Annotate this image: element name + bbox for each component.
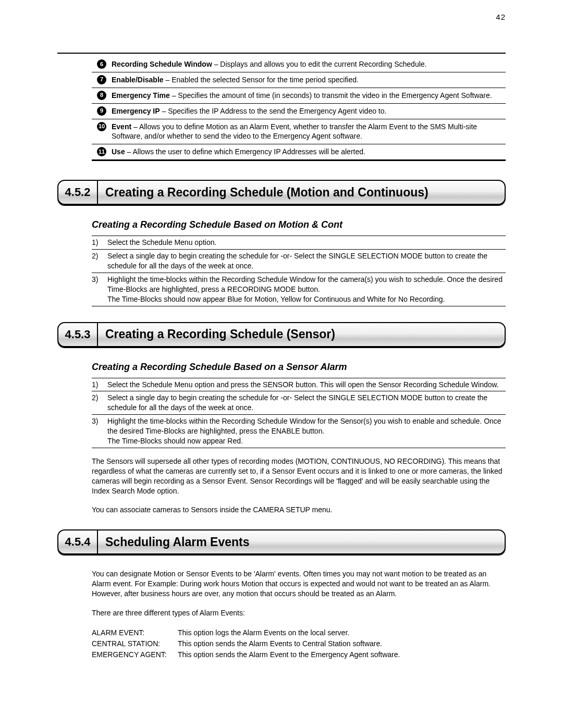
bullet-icon: 6 bbox=[92, 59, 112, 69]
section-heading-452: 4.5.2 Creating a Recording Schedule (Mot… bbox=[57, 180, 506, 205]
step-row: 3) Highlight the time-blocks within the … bbox=[92, 273, 506, 306]
subheading-453: Creating a Recording Schedule Based on a… bbox=[92, 362, 506, 373]
steps-452: 1) Select the Schedule Menu option. 2) S… bbox=[92, 236, 506, 306]
section-title: Creating a Recording Schedule (Motion an… bbox=[98, 181, 505, 204]
steps-453: 1) Select the Schedule Menu option and p… bbox=[92, 378, 506, 448]
step-row: 2) Select a single day to begin creating… bbox=[92, 391, 506, 415]
section-number: 4.5.3 bbox=[58, 323, 98, 346]
alarm-types-list: ALARM EVENT: This option logs the Alarm … bbox=[92, 627, 506, 660]
step-row: 1) Select the Schedule Menu option and p… bbox=[92, 378, 506, 392]
paragraph: You can associate cameras to Sensors ins… bbox=[92, 505, 506, 515]
definition-row: 10 Event – Allows you to define Motion a… bbox=[92, 119, 506, 145]
bullet-icon: 11 bbox=[92, 147, 112, 156]
section-title: Scheduling Alarm Events bbox=[98, 530, 505, 553]
bullet-icon: 10 bbox=[92, 122, 112, 131]
section-heading-453: 4.5.3 Creating a Recording Schedule (Sen… bbox=[57, 322, 506, 347]
alarm-type-row: ALARM EVENT: This option logs the Alarm … bbox=[92, 627, 506, 638]
definition-row: 7 Enable/Disable – Enabled the selected … bbox=[92, 72, 506, 88]
step-row: 2) Select a single day to begin creating… bbox=[92, 250, 506, 273]
bullet-icon: 8 bbox=[92, 91, 112, 100]
definition-row: 11 Use – Allows the user to define which… bbox=[92, 144, 506, 159]
step-row: 1) Select the Schedule Menu option. bbox=[92, 236, 506, 250]
step-row: 3) Highlight the time-blocks within the … bbox=[92, 415, 506, 448]
page-number: 42 bbox=[57, 13, 506, 21]
paragraph: The Sensors will supersede all other typ… bbox=[92, 456, 506, 496]
section-number: 4.5.4 bbox=[58, 530, 98, 553]
definition-list: 6 Recording Schedule Window – Displays a… bbox=[92, 57, 506, 161]
section-title: Creating a Recording Schedule (Sensor) bbox=[98, 323, 505, 346]
definition-row: 8 Emergency Time – Specifies the amount … bbox=[92, 88, 506, 104]
definition-row: 9 Emergency IP – Specifies the IP Addres… bbox=[92, 104, 506, 119]
alarm-type-row: CENTRAL STATION: This option sends the A… bbox=[92, 638, 506, 649]
paragraph: You can designate Motion or Sensor Event… bbox=[92, 569, 506, 599]
section-heading-454: 4.5.4 Scheduling Alarm Events bbox=[57, 529, 506, 554]
definition-row: 6 Recording Schedule Window – Displays a… bbox=[92, 57, 506, 72]
top-rule bbox=[57, 53, 506, 54]
bullet-icon: 7 bbox=[92, 75, 112, 84]
section-number: 4.5.2 bbox=[58, 181, 98, 204]
alarm-type-row: EMERGENCY AGENT: This option sends the A… bbox=[92, 649, 506, 660]
paragraph: There are three different types of Alarm… bbox=[92, 608, 506, 618]
bullet-icon: 9 bbox=[92, 106, 112, 116]
subheading-452: Creating a Recording Schedule Based on M… bbox=[92, 219, 506, 230]
